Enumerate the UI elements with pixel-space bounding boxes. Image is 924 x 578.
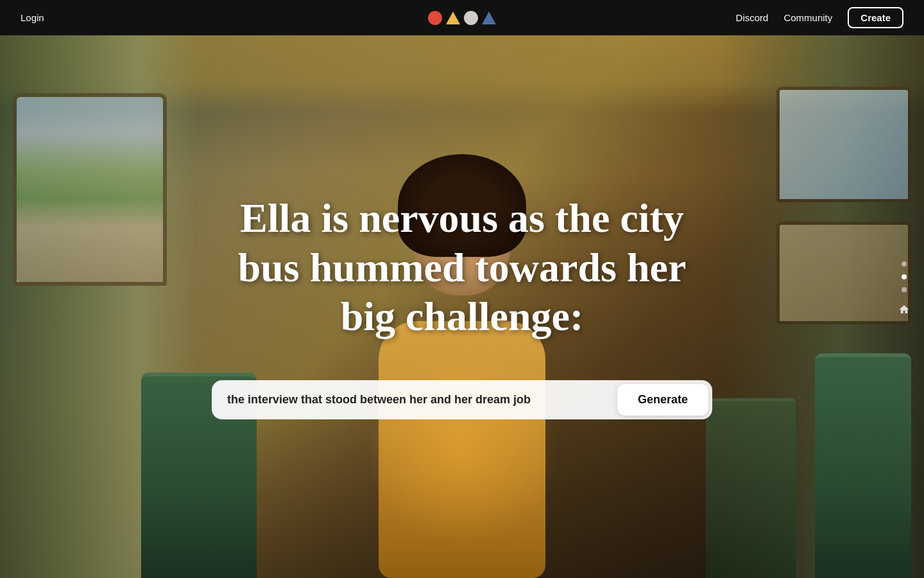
home-icon[interactable] xyxy=(897,302,911,317)
input-bar: Generate xyxy=(212,380,712,419)
dot-3[interactable] xyxy=(902,287,907,292)
nav-right: Discord Community Create xyxy=(736,7,903,28)
community-link[interactable]: Community xyxy=(783,12,832,23)
dot-1[interactable] xyxy=(902,261,907,267)
hero-title-text: Ella is nervous as the city bus hummed t… xyxy=(238,195,687,340)
dot-navigation xyxy=(897,261,911,317)
logo-yellow-icon xyxy=(446,12,460,24)
logo-red-icon xyxy=(428,11,442,25)
story-input[interactable] xyxy=(227,393,617,407)
login-link[interactable]: Login xyxy=(21,12,44,23)
logo-white-icon xyxy=(464,11,478,25)
navbar: Login Discord Community Create xyxy=(0,0,924,35)
discord-link[interactable]: Discord xyxy=(736,12,769,23)
hero-section: Ella is nervous as the city bus hummed t… xyxy=(0,0,924,578)
nav-logo xyxy=(428,11,496,25)
hero-title: Ella is nervous as the city bus hummed t… xyxy=(212,194,712,342)
content-overlay: Ella is nervous as the city bus hummed t… xyxy=(0,35,924,578)
logo-blue-icon xyxy=(482,12,496,24)
create-button[interactable]: Create xyxy=(848,7,903,28)
dot-2[interactable] xyxy=(902,274,907,279)
generate-button[interactable]: Generate xyxy=(617,384,708,416)
nav-left: Login xyxy=(21,12,44,23)
